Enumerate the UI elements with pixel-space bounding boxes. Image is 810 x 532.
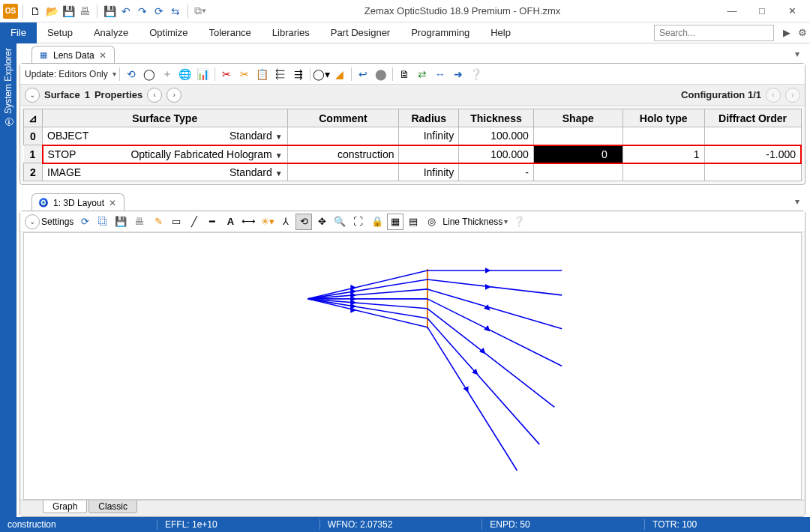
layout-tab[interactable]: 🧿 1: 3D Layout ✕ bbox=[32, 193, 124, 211]
go-icon[interactable]: ➜ bbox=[450, 66, 466, 82]
col-radius[interactable]: Radius bbox=[399, 109, 459, 127]
menu-tolerance[interactable]: Tolerance bbox=[198, 27, 261, 38]
cell-holo[interactable]: 1 bbox=[622, 145, 704, 163]
help-icon[interactable]: ❔ bbox=[511, 214, 527, 230]
scissors-icon[interactable]: ✂ bbox=[236, 66, 253, 82]
cell-surface-type[interactable]: IMAGEStandard ▼ bbox=[43, 163, 288, 181]
swap-icon[interactable]: ⇄ bbox=[414, 66, 430, 82]
minimize-button[interactable]: — bbox=[717, 0, 747, 22]
dimension-icon[interactable]: ⟷ bbox=[240, 214, 256, 230]
cell-comment[interactable] bbox=[287, 163, 399, 181]
bottom-tab-graph[interactable]: Graph bbox=[43, 501, 87, 513]
circle-tool-icon[interactable]: ◯▾ bbox=[314, 66, 330, 82]
menu-optimize[interactable]: Optimize bbox=[139, 27, 198, 38]
cell-thickness[interactable]: 100.000 bbox=[459, 127, 534, 145]
col-comment[interactable]: Comment bbox=[287, 109, 399, 127]
update-label[interactable]: Update: Editors Only bbox=[25, 69, 111, 79]
save-icon[interactable]: 💾 bbox=[61, 4, 76, 19]
search-input[interactable] bbox=[654, 25, 774, 41]
search-go-icon[interactable]: ▶ bbox=[778, 27, 795, 38]
toggle-icon[interactable]: ⬤ bbox=[373, 66, 389, 82]
col-thickness[interactable]: Thickness bbox=[459, 109, 534, 127]
cell-order[interactable]: -1.000 bbox=[704, 145, 801, 163]
file-menu[interactable]: File bbox=[0, 22, 37, 43]
fit-icon[interactable]: ⛶ bbox=[350, 214, 366, 230]
cut-icon[interactable]: ✂ bbox=[218, 66, 235, 82]
next-config-button[interactable]: › bbox=[785, 88, 800, 103]
row-index[interactable]: 2 bbox=[24, 163, 43, 181]
axes-xyz-icon[interactable]: ✳▾ bbox=[260, 214, 276, 230]
col-diffract[interactable]: Diffract Order bbox=[704, 109, 801, 127]
row-index[interactable]: 1 bbox=[24, 145, 43, 163]
saveas-icon[interactable]: 💾 bbox=[102, 4, 117, 19]
menu-help[interactable]: Help bbox=[480, 27, 521, 38]
expand-props-button[interactable]: ⌄ bbox=[25, 88, 40, 103]
page-icon[interactable]: 🗎 bbox=[396, 66, 412, 82]
settings-label[interactable]: Settings bbox=[41, 217, 74, 227]
next-surface-button[interactable]: › bbox=[166, 88, 182, 103]
aperture-icon[interactable]: ◯ bbox=[141, 66, 158, 82]
cell-holo[interactable] bbox=[622, 127, 704, 145]
system-explorer-sidebar[interactable]: 🛈System Explorer bbox=[0, 43, 16, 517]
pencil-icon[interactable]: ✎ bbox=[150, 214, 166, 230]
cell-surface-type[interactable]: STOPOptically Fabricated Hologram ▼ bbox=[43, 145, 288, 163]
split-r-icon[interactable]: ⇶ bbox=[290, 66, 307, 82]
panel-menu-icon[interactable]: ▾ bbox=[795, 196, 800, 207]
settings-gear-icon[interactable]: ⚙ bbox=[795, 27, 810, 38]
material-icon[interactable]: ◢ bbox=[332, 66, 348, 82]
close-tab-icon[interactable]: ✕ bbox=[109, 198, 118, 208]
col-surface-type[interactable]: Surface Type bbox=[43, 109, 288, 127]
expand-settings-button[interactable]: ⌄ bbox=[25, 214, 40, 229]
cell-holo[interactable] bbox=[622, 163, 704, 181]
new-file-icon[interactable]: 🗋 bbox=[28, 4, 43, 19]
copy-icon[interactable]: ⿻ bbox=[94, 214, 111, 230]
close-button[interactable]: ✕ bbox=[777, 0, 807, 22]
rotate-3d-icon[interactable]: ⟲ bbox=[296, 214, 312, 230]
line-icon[interactable]: ╱ bbox=[186, 214, 202, 230]
cell-shape[interactable] bbox=[533, 163, 622, 181]
undo-icon[interactable]: ↶ bbox=[118, 4, 134, 19]
maximize-button[interactable]: □ bbox=[747, 0, 777, 22]
cell-radius[interactable]: Infinity bbox=[399, 163, 459, 181]
pan-icon[interactable]: ✥ bbox=[314, 214, 330, 230]
lens-data-tab[interactable]: ▦ Lens Data ✕ bbox=[32, 46, 115, 64]
back-icon[interactable]: ↩ bbox=[355, 66, 371, 82]
menu-setup[interactable]: Setup bbox=[37, 27, 83, 38]
cell-comment[interactable] bbox=[287, 127, 399, 145]
zoom-icon[interactable]: 🔍 bbox=[332, 214, 348, 230]
cell-radius[interactable]: Infinity bbox=[399, 127, 459, 145]
sync-icon[interactable]: ⇆ bbox=[168, 4, 183, 19]
cell-thickness[interactable]: - bbox=[459, 163, 534, 181]
cell-radius[interactable] bbox=[399, 145, 459, 163]
window-layout-icon[interactable]: ⧉▾ bbox=[193, 4, 208, 19]
close-tab-icon[interactable]: ✕ bbox=[99, 50, 108, 61]
target-icon[interactable]: ◎ bbox=[423, 214, 440, 230]
redo-icon[interactable]: ↷ bbox=[135, 4, 150, 19]
cell-surface-type[interactable]: OBJECTStandard ▼ bbox=[43, 127, 288, 145]
text-a-icon[interactable]: A bbox=[222, 214, 238, 230]
menu-programming[interactable]: Programming bbox=[400, 27, 480, 38]
dash-icon[interactable]: ━ bbox=[204, 214, 220, 230]
rect-icon[interactable]: ▭ bbox=[168, 214, 184, 230]
cell-comment[interactable]: construction bbox=[287, 145, 399, 163]
refresh-icon[interactable]: ⟳ bbox=[76, 214, 93, 230]
prev-surface-button[interactable]: ‹ bbox=[147, 88, 162, 103]
menu-libraries[interactable]: Libraries bbox=[262, 27, 320, 38]
col-shape[interactable]: Shape bbox=[533, 109, 622, 127]
print-icon[interactable]: 🖶 bbox=[77, 4, 92, 19]
menu-part-designer[interactable]: Part Designer bbox=[320, 27, 400, 38]
reload-icon[interactable]: ⟲ bbox=[123, 66, 140, 82]
lock-icon[interactable]: 🔒 bbox=[369, 214, 386, 230]
arrow-right-icon[interactable]: ↔ bbox=[432, 66, 448, 82]
axes-icon[interactable]: ⅄ bbox=[278, 214, 294, 230]
corner-cell[interactable]: ⊿ bbox=[24, 109, 43, 127]
cell-thickness[interactable]: 100.000 bbox=[459, 145, 534, 163]
insert-icon[interactable]: ＋ bbox=[159, 66, 176, 82]
bottom-tab-classic[interactable]: Classic bbox=[88, 501, 137, 513]
layout-canvas[interactable] bbox=[23, 232, 802, 500]
globe-icon[interactable]: 🌐 bbox=[177, 66, 194, 82]
split-l-icon[interactable]: ⬱ bbox=[272, 66, 289, 82]
prev-config-button[interactable]: ‹ bbox=[766, 88, 781, 103]
open-file-icon[interactable]: 📂 bbox=[44, 4, 59, 19]
line-thickness-label[interactable]: Line Thickness bbox=[442, 217, 502, 227]
